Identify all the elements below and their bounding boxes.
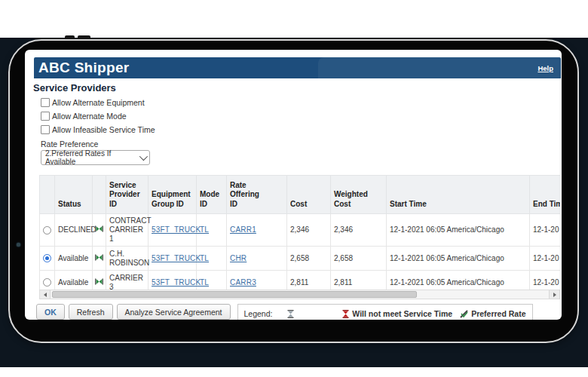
column-mode-id: Mode ID — [197, 176, 227, 214]
checkbox-label: Allow Infeasible Service Time — [52, 125, 155, 134]
equipment-group-link[interactable]: 53FT_TRUCK — [152, 225, 201, 234]
legend-box: Legend: Will not meet Service Time — [237, 304, 533, 320]
column-start-time: Start Time — [387, 176, 530, 214]
rate-preference-label: Rate Preference — [41, 139, 98, 149]
column-end-time: End Time — [530, 176, 561, 214]
not-meet-service-time-icon — [342, 310, 349, 318]
start-time-cell: 12-1-2021 06:05 America/Chicago — [387, 247, 530, 271]
mode-link[interactable]: TL — [200, 225, 209, 234]
mode-link[interactable]: TL — [200, 278, 209, 287]
mode-link[interactable]: TL — [200, 254, 209, 262]
checkbox-label: Allow Alternate Mode — [52, 112, 127, 121]
equipment-group-link[interactable]: 53FT_TRUCK — [152, 278, 201, 287]
app-header: ABC Shipper Help — [34, 57, 561, 78]
checkbox-label: Allow Alternate Equipment — [52, 98, 145, 107]
column-select — [40, 176, 55, 214]
scrollbar-thumb[interactable] — [52, 291, 417, 298]
tablet-screen: ABC Shipper Help Service Providers Allow… — [25, 50, 562, 320]
tablet-camera-dot — [17, 243, 20, 247]
service-provider-cell: CONTRACT CARRIER 1 — [106, 214, 149, 247]
allow-infeasible-service-time-checkbox[interactable] — [41, 125, 50, 134]
column-weighted-cost: Weighted Cost — [331, 176, 387, 214]
weighted-cost-cell: 2,658 — [331, 247, 387, 271]
column-status: Status — [55, 176, 93, 214]
ok-button[interactable]: OK — [36, 304, 65, 320]
header-shade — [318, 57, 561, 78]
equipment-group-link[interactable]: 53FT_TRUCK — [152, 254, 201, 262]
start-time-cell: 12-1-2021 06:05 America/Chicago — [387, 214, 530, 247]
column-cost: Cost — [287, 176, 331, 214]
checkbox-row-alternate-mode: Allow Alternate Mode — [41, 112, 127, 121]
chevron-down-icon — [139, 152, 148, 161]
row-select-radio[interactable] — [43, 254, 51, 262]
app-title: ABC Shipper — [38, 60, 129, 76]
refresh-button[interactable]: Refresh — [69, 304, 113, 320]
rate-offering-link[interactable]: CARR1 — [230, 225, 256, 234]
rate-offering-link[interactable]: CHR — [230, 254, 247, 262]
end-time-cell: 12-1-20 — [530, 247, 561, 271]
preferred-rate-icon — [460, 310, 468, 318]
rate-preference-selected-value: 2.Preferred Rates If Available — [45, 149, 139, 166]
checkbox-row-infeasible-service-time: Allow Infeasible Service Time — [41, 125, 155, 134]
tender-hourglass-icon — [95, 225, 103, 232]
service-provider-cell: C.H. ROBINSON — [106, 247, 149, 271]
table-header-row: Status Service Provider ID Equipment Gro… — [40, 176, 561, 214]
scroll-left-arrow-icon[interactable] — [40, 290, 51, 299]
column-flag — [93, 176, 106, 214]
scroll-right-arrow-icon[interactable] — [549, 290, 559, 299]
not-meet-service-time-label: Will not meet Service Time — [352, 309, 452, 318]
column-service-provider-id: Service Provider ID — [106, 176, 149, 214]
rate-preference-select[interactable]: 2.Preferred Rates If Available — [41, 150, 150, 165]
status-cell: DECLINED — [55, 214, 93, 247]
legend-hourglass-icon — [287, 310, 294, 318]
weighted-cost-cell: 2,346 — [331, 214, 387, 247]
checkbox-row-alternate-equipment: Allow Alternate Equipment — [41, 98, 145, 107]
analyze-service-agreement-button[interactable]: Analyze Service Agreement — [117, 304, 231, 320]
column-rate-offering-id: Rate Offering ID — [227, 176, 287, 214]
table-row: DECLINED CONTRACT CARRIER 1 53FT_TRUCK T — [40, 214, 561, 247]
allow-alternate-mode-checkbox[interactable] — [41, 112, 50, 121]
service-providers-table-wrap: Status Service Provider ID Equipment Gro… — [39, 175, 560, 295]
tender-hourglass-icon — [95, 278, 103, 285]
cost-cell: 2,346 — [287, 214, 331, 247]
table-row: Available C.H. ROBINSON 53FT_TRUCK TL — [40, 247, 561, 271]
status-cell: Available — [55, 247, 93, 271]
row-select-radio[interactable] — [43, 226, 51, 234]
service-providers-table: Status Service Provider ID Equipment Gro… — [39, 175, 560, 295]
preferred-rate-label: Preferred Rate — [471, 309, 525, 318]
tender-hourglass-icon — [95, 254, 103, 261]
horizontal-scrollbar[interactable] — [39, 290, 560, 299]
bottom-action-bar: OK Refresh Analyze Service Agreement Leg… — [36, 304, 533, 320]
column-equipment-group-id: Equipment Group ID — [149, 176, 197, 214]
row-select-radio[interactable] — [43, 278, 51, 287]
cost-cell: 2,658 — [287, 247, 331, 271]
rate-offering-link[interactable]: CARR3 — [230, 278, 256, 287]
allow-alternate-equipment-checkbox[interactable] — [41, 98, 50, 107]
page-title: Service Providers — [33, 82, 116, 93]
end-time-cell: 12-1-20 — [530, 214, 561, 247]
help-link[interactable]: Help — [537, 64, 553, 72]
legend-title: Legend: — [244, 309, 273, 318]
tablet-frame: ABC Shipper Help Service Providers Allow… — [8, 39, 579, 343]
